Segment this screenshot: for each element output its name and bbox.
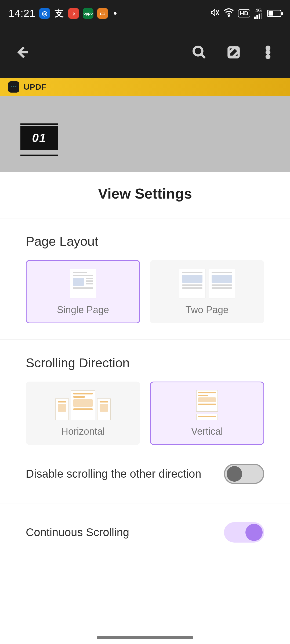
status-bar: 14:21 ◎ 支 ♪ oppo ▭ HD 4G xyxy=(0,0,290,27)
more-menu-button[interactable] xyxy=(258,43,278,62)
app-notif-icon-1: ◎ xyxy=(39,8,50,19)
svg-point-11 xyxy=(267,51,269,54)
hd-badge: HD xyxy=(238,9,250,17)
two-page-option[interactable]: Two Page xyxy=(150,260,264,323)
disable-other-row: Disable scrolling the other direction xyxy=(0,445,290,503)
horizontal-icon xyxy=(55,389,111,421)
page-layout-section: Page Layout xyxy=(0,218,290,323)
app-bar xyxy=(0,27,290,78)
page-thumbnail[interactable]: 01 xyxy=(20,126,58,154)
mute-icon xyxy=(210,8,220,19)
svg-rect-4 xyxy=(256,15,258,19)
status-time: 14:21 xyxy=(9,8,35,19)
two-page-label: Two Page xyxy=(186,304,229,316)
vertical-option[interactable]: Vertical xyxy=(150,382,264,445)
wifi-icon xyxy=(223,7,234,20)
home-indicator[interactable] xyxy=(97,636,193,639)
app-notif-icon-2: 支 xyxy=(54,8,64,19)
page-thumbnail-number: 01 xyxy=(20,126,58,150)
edit-button[interactable] xyxy=(224,43,243,62)
scrolling-direction-section: Scrolling Direction Horizontal xyxy=(0,340,290,445)
status-more-dot xyxy=(114,12,117,15)
sheet-title: View Settings xyxy=(0,185,290,218)
svg-rect-5 xyxy=(259,14,260,19)
svg-line-8 xyxy=(201,54,205,58)
continuous-scrolling-label: Continuous Scrolling xyxy=(26,526,129,539)
svg-point-7 xyxy=(194,47,202,56)
single-page-icon xyxy=(70,268,96,299)
brand-name: UPDF xyxy=(24,82,47,92)
vertical-label: Vertical xyxy=(191,426,223,437)
app-notif-icon-3: ♪ xyxy=(68,8,79,19)
disable-other-label: Disable scrolling the other direction xyxy=(26,467,201,480)
brand-bar: 〰 UPDF xyxy=(0,78,290,96)
document-background: 〰 UPDF 01 xyxy=(0,78,290,172)
svg-rect-3 xyxy=(254,17,256,19)
vertical-icon xyxy=(196,389,218,421)
continuous-scrolling-row: Continuous Scrolling xyxy=(0,503,290,561)
single-page-option[interactable]: Single Page xyxy=(26,260,140,323)
svg-point-12 xyxy=(267,55,269,58)
app-notif-icon-4: oppo xyxy=(83,8,93,19)
svg-point-2 xyxy=(228,15,230,16)
two-page-icon xyxy=(179,268,235,299)
app-notif-icon-5: ▭ xyxy=(97,8,108,19)
status-right: HD 4G xyxy=(210,7,281,20)
brand-logo-icon: 〰 xyxy=(8,81,19,93)
status-left: 14:21 ◎ 支 ♪ oppo ▭ xyxy=(9,8,117,19)
scrolling-direction-heading: Scrolling Direction xyxy=(26,356,264,370)
horizontal-label: Horizontal xyxy=(61,426,105,437)
page-layout-heading: Page Layout xyxy=(26,234,264,249)
horizontal-option[interactable]: Horizontal xyxy=(26,382,140,445)
cell-signal-icon: 4G xyxy=(254,8,263,19)
disable-other-toggle[interactable] xyxy=(224,464,264,484)
svg-point-10 xyxy=(267,47,269,49)
search-button[interactable] xyxy=(190,43,209,62)
battery-icon xyxy=(267,10,281,17)
back-button[interactable] xyxy=(12,43,32,62)
single-page-label: Single Page xyxy=(57,304,109,316)
svg-rect-6 xyxy=(261,13,262,19)
continuous-scrolling-toggle[interactable] xyxy=(224,522,264,543)
view-settings-sheet: View Settings Page Layout xyxy=(0,172,290,644)
